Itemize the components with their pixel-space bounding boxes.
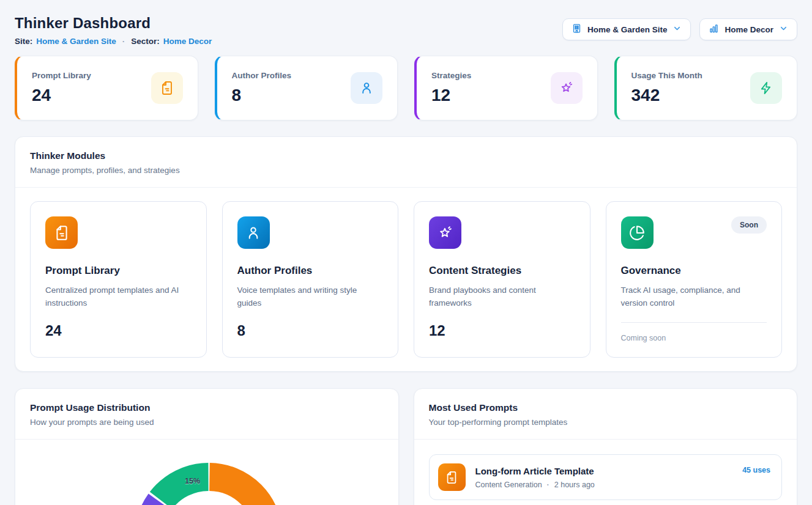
stat-value: 12 — [431, 86, 471, 105]
modules-grid: Prompt Library Centralized prompt templa… — [15, 188, 797, 371]
stat-card-prompt-library: Prompt Library 24 — [15, 56, 198, 120]
usage-panel-subtitle: How your prompts are being used — [30, 418, 384, 427]
sector-label: Sector: — [131, 37, 160, 46]
module-description: Voice templates and writing style guides — [237, 284, 378, 310]
module-title: Governance — [621, 265, 767, 277]
prompt-uses-badge: 45 uses — [742, 466, 770, 474]
stat-label: Usage This Month — [631, 71, 702, 80]
module-card-author-profiles[interactable]: Author Profiles Voice templates and writ… — [222, 201, 399, 358]
prompt-list: Long-form Article Template Content Gener… — [414, 440, 797, 505]
user-icon — [237, 216, 270, 249]
chevron-down-icon — [779, 24, 788, 35]
dashboard-page: Thinker Dashboard Site: Home & Garden Si… — [0, 0, 812, 505]
module-count: 12 — [429, 322, 575, 339]
bottom-row: Prompt Usage Distribution How your promp… — [15, 388, 797, 505]
prompt-category: Content Generation — [475, 481, 542, 489]
file-text-icon — [438, 463, 466, 491]
sector-selector-button[interactable]: Home Decor — [699, 18, 797, 40]
building-icon — [572, 23, 582, 35]
prompts-panel-subtitle: Your top-performing prompt templates — [429, 418, 783, 427]
stats-row: Prompt Library 24 Author Profiles 8 — [15, 56, 797, 120]
zap-icon — [750, 72, 782, 104]
file-text-icon — [45, 216, 78, 249]
module-title: Author Profiles — [237, 265, 384, 277]
page-title: Thinker Dashboard — [15, 15, 212, 32]
module-count: 8 — [237, 322, 384, 339]
divider — [621, 322, 767, 323]
separator-dot: · — [120, 37, 128, 46]
prompt-usage-panel: Prompt Usage Distribution How your promp… — [15, 388, 399, 505]
stat-label: Author Profiles — [232, 71, 292, 80]
usage-panel-title: Prompt Usage Distribution — [30, 402, 384, 413]
module-description: Track AI usage, compliance, and version … — [621, 284, 762, 310]
modules-panel-subtitle: Manage prompts, profiles, and strategies — [30, 166, 782, 175]
site-label: Site: — [15, 37, 32, 46]
modules-panel-title: Thinker Modules — [30, 150, 782, 161]
site-selector-label: Home & Garden Site — [587, 25, 668, 34]
separator-dot: · — [547, 481, 549, 489]
prompt-list-item[interactable]: Long-form Article Template Content Gener… — [429, 454, 783, 500]
bar-chart-icon — [709, 23, 719, 35]
star-sparkle-icon — [551, 72, 583, 104]
star-sparkle-icon — [429, 216, 461, 249]
most-used-prompts-panel: Most Used Prompts Your top-performing pr… — [414, 388, 798, 505]
module-card-prompt-library[interactable]: Prompt Library Centralized prompt templa… — [30, 201, 207, 358]
stat-card-usage: Usage This Month 342 — [614, 56, 798, 120]
prompt-time: 2 hours ago — [554, 481, 595, 489]
pie-chart-icon — [621, 216, 654, 249]
site-selector-button[interactable]: Home & Garden Site — [562, 18, 691, 40]
chevron-down-icon — [672, 24, 682, 35]
module-title: Content Strategies — [429, 265, 575, 277]
module-title: Prompt Library — [45, 265, 192, 277]
coming-soon-text: Coming soon — [621, 334, 767, 342]
site-link[interactable]: Home & Garden Site — [36, 37, 116, 46]
module-description: Brand playbooks and content frameworks — [429, 284, 570, 310]
sector-selector-label: Home Decor — [724, 25, 773, 34]
usage-donut-chart: 15% — [15, 440, 398, 505]
module-card-governance: Soon Governance Track AI usage, complian… — [606, 201, 783, 358]
file-text-icon — [151, 72, 183, 104]
user-icon — [351, 72, 382, 104]
stat-card-author-profiles: Author Profiles 8 — [215, 56, 398, 120]
stat-label: Prompt Library — [32, 71, 91, 80]
top-selectors: Home & Garden Site Home Decor — [562, 18, 797, 40]
topbar: Thinker Dashboard Site: Home & Garden Si… — [15, 15, 797, 46]
module-description: Centralized prompt templates and AI inst… — [45, 284, 186, 310]
stat-value: 342 — [631, 86, 702, 105]
breadcrumb: Site: Home & Garden Site · Sector: Home … — [15, 37, 212, 46]
sector-link[interactable]: Home Decor — [163, 37, 212, 46]
module-card-content-strategies[interactable]: Content Strategies Brand playbooks and c… — [414, 201, 590, 358]
module-count: 24 — [45, 322, 192, 339]
donut-segment-label: 15% — [185, 477, 200, 485]
prompts-panel-title: Most Used Prompts — [429, 402, 783, 413]
stat-label: Strategies — [431, 71, 471, 80]
thinker-modules-panel: Thinker Modules Manage prompts, profiles… — [15, 136, 797, 372]
stat-value: 8 — [232, 86, 292, 105]
donut-svg — [15, 440, 399, 505]
prompt-title: Long-form Article Template — [475, 466, 733, 476]
title-block: Thinker Dashboard Site: Home & Garden Si… — [15, 15, 212, 46]
stat-value: 24 — [32, 86, 91, 105]
stat-card-strategies: Strategies 12 — [414, 56, 598, 120]
soon-badge: Soon — [731, 216, 767, 234]
